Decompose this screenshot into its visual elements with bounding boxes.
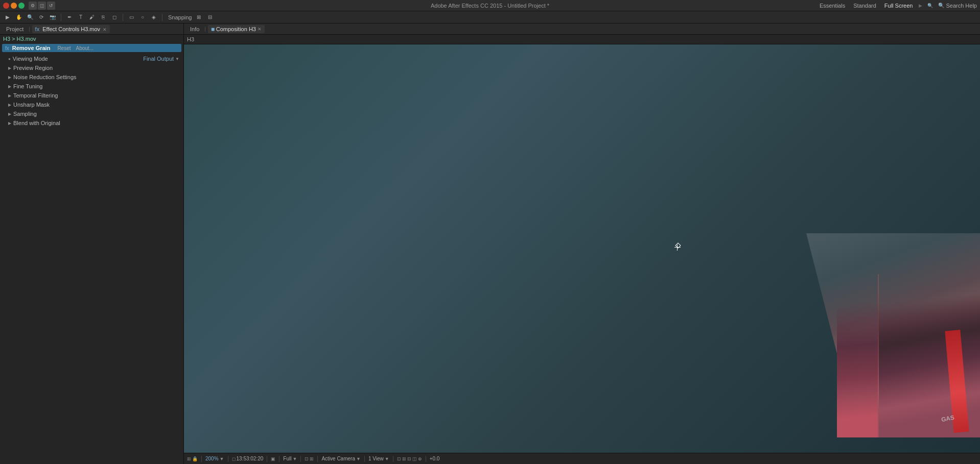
status-icon-grid[interactable]: ⊞ [187, 456, 191, 461]
toolbar-sep-1 [61, 14, 61, 21]
viewing-mode-text: Final Output [143, 56, 174, 62]
tab-info[interactable]: Info [187, 25, 202, 33]
workspace-standard[interactable]: Standard [851, 2, 878, 10]
comp-label: H3 [184, 35, 980, 44]
status-sep-8 [393, 456, 393, 462]
right-panel-tabs: Info | ◼ Composition H3 ✕ [184, 23, 980, 35]
status-sep-2 [228, 456, 228, 462]
search-help-btn[interactable]: 🔍 Search Help [938, 3, 977, 9]
tool-puppet[interactable]: ◈ [149, 13, 158, 22]
workspace-fullscreen[interactable]: Full Screen [882, 2, 915, 10]
tool-rotate[interactable]: ⟳ [37, 13, 46, 22]
left-panel-tabs: Project | fx Effect Controls H3.mov ✕ [0, 23, 183, 35]
maximize-btn[interactable] [18, 3, 25, 9]
status-sep-4 [279, 456, 279, 462]
search-icon: 🔍 [938, 3, 944, 8]
prop-sampling[interactable]: ▶ Sampling [0, 109, 183, 118]
status-value-container: +0.0 [430, 456, 440, 461]
tool-pen[interactable]: ✒ [65, 13, 74, 22]
status-camera-container[interactable]: Active Camera ▼ [321, 456, 361, 461]
prop-noise-reduction[interactable]: ▶ Noise Reduction Settings [0, 72, 183, 82]
status-icon-lock[interactable]: 🔒 [192, 456, 198, 461]
prop-unsharp-mask-tri: ▶ [8, 103, 11, 107]
tool-text[interactable]: T [76, 13, 85, 22]
prop-preview-region[interactable]: ▶ Preview Region [0, 63, 183, 72]
prop-viewing-mode-value[interactable]: Final Output ▼ [143, 56, 179, 62]
status-icon-view5[interactable]: ⊕ [418, 456, 422, 461]
status-icons-left: ⊞ 🔒 [187, 456, 198, 461]
status-icons-view: ⊡ ⊞ ⊟ ◫ ⊕ [397, 456, 422, 461]
tool-camera[interactable]: 📷 [48, 13, 57, 22]
prop-unsharp-mask-label: Unsharp Mask [13, 102, 50, 108]
tab-effect-controls[interactable]: fx Effect Controls H3.mov ✕ [32, 25, 110, 33]
window-controls[interactable] [3, 3, 25, 9]
comp-icon: ◼ [211, 27, 215, 32]
prop-unsharp-mask[interactable]: ▶ Unsharp Mask [0, 100, 183, 109]
prop-sampling-tri: ▶ [8, 112, 11, 116]
prop-temporal-filtering-label: Temporal Filtering [13, 92, 58, 99]
close-btn[interactable] [3, 3, 9, 9]
menu-icon-1[interactable]: ⚙ [29, 2, 37, 10]
status-views-container[interactable]: 1 View ▼ [368, 456, 389, 461]
tool-shape-ellipse[interactable]: ○ [138, 13, 147, 22]
effect-about-btn[interactable]: About... [76, 45, 94, 51]
app-title: Adobe After Effects CC 2015 - Untitled P… [431, 3, 549, 9]
status-icon-grid2[interactable]: ⊞ [310, 456, 314, 461]
status-sep-5 [300, 456, 301, 462]
effect-reset-btn[interactable]: Reset [57, 45, 71, 51]
workspace-arrow[interactable]: ▶ [919, 3, 922, 8]
status-camera-value: Active Camera [321, 456, 355, 461]
tool-eraser[interactable]: ◻ [110, 13, 119, 22]
status-res-arrow: ▼ [292, 456, 297, 461]
prop-noise-reduction-label: Noise Reduction Settings [13, 74, 77, 80]
snapping-options[interactable]: ⊟ [205, 13, 215, 22]
tool-clone[interactable]: ⎘ [99, 13, 108, 22]
tab-composition-close[interactable]: ✕ [258, 27, 262, 32]
prop-viewing-mode[interactable]: ● Viewing Mode Final Output ▼ [0, 54, 183, 63]
snapping-label: Snapping [168, 14, 192, 20]
minimize-btn[interactable] [11, 3, 17, 9]
tab-effect-controls-close[interactable]: ✕ [103, 27, 107, 32]
status-icon-view3[interactable]: ⊟ [407, 456, 411, 461]
status-zoom-container[interactable]: 200% ▼ [205, 456, 224, 461]
menu-icon-2[interactable]: ◫ [38, 2, 46, 10]
tab-effect-controls-label: Effect Controls H3.mov [42, 26, 100, 32]
comp-canvas[interactable]: GAS [184, 44, 980, 453]
prop-blend-original[interactable]: ▶ Blend with Original [0, 118, 183, 128]
prop-fine-tuning[interactable]: ▶ Fine Tuning [0, 82, 183, 91]
snapping-toggle[interactable]: ⊞ [194, 13, 203, 22]
prop-viewing-mode-label: Viewing Mode [13, 56, 48, 62]
status-icon-view4[interactable]: ◫ [412, 456, 417, 461]
workspace-search-icon[interactable]: 🔍 [927, 3, 933, 8]
menu-icon-3[interactable]: ↺ [47, 2, 55, 10]
status-render-icon[interactable]: ▣ [271, 456, 275, 461]
status-resolution-container[interactable]: Full ▼ [283, 456, 297, 461]
left-panel: Project | fx Effect Controls H3.mov ✕ H3… [0, 23, 184, 464]
tab-composition-label: Composition H3 [216, 26, 256, 32]
menu-bar: ⚙ ◫ ↺ Adobe After Effects CC 2015 - Unti… [0, 0, 980, 11]
viewing-mode-arrow: ▼ [175, 57, 179, 61]
status-icon-view1[interactable]: ⊡ [397, 456, 401, 461]
main-layout: Project | fx Effect Controls H3.mov ✕ H3… [0, 23, 980, 464]
tab-composition[interactable]: ◼ Composition H3 ✕ [208, 25, 265, 33]
tool-shape-rect[interactable]: ▭ [127, 13, 136, 22]
toolbar-sep-2 [123, 14, 123, 21]
prop-fine-tuning-tri: ▶ [8, 84, 11, 89]
status-camera-arrow: ▼ [356, 456, 361, 461]
status-icon-roi[interactable]: ⊡ [305, 456, 309, 461]
prop-temporal-filtering[interactable]: ▶ Temporal Filtering [0, 91, 183, 100]
tool-brush[interactable]: 🖌 [87, 13, 97, 22]
tab-project[interactable]: Project [3, 25, 27, 33]
status-time-container[interactable]: ◻ 13:53:02:20 [232, 456, 264, 461]
workspace-essentials[interactable]: Essentials [818, 2, 847, 10]
tool-arrow[interactable]: ▶ [3, 13, 12, 22]
status-sep-3 [267, 456, 267, 462]
effect-controls-content: ● Viewing Mode Final Output ▼ ▶ Preview … [0, 53, 183, 464]
fx-icon: fx [35, 26, 40, 32]
tool-hand[interactable]: ✋ [14, 13, 24, 22]
tool-zoom[interactable]: 🔍 [26, 13, 35, 22]
status-zoom-arrow: ▼ [220, 456, 224, 461]
status-icon-view2[interactable]: ⊞ [402, 456, 406, 461]
fx-enable-toggle[interactable]: fx [5, 45, 9, 51]
status-sep-6 [317, 456, 318, 462]
